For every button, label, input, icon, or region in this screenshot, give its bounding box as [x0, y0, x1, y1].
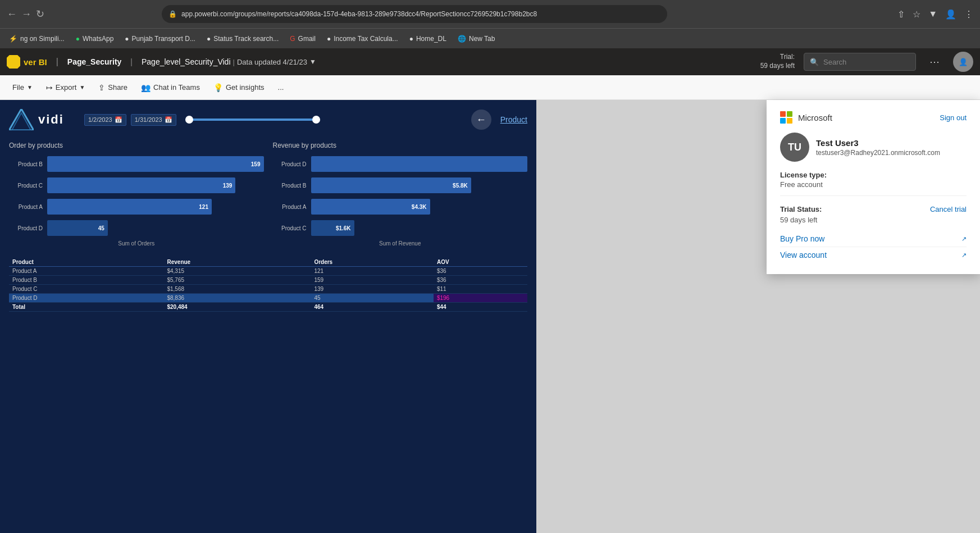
- ms-header: Microsoft Sign out: [780, 111, 967, 124]
- menu-icon[interactable]: ⋮: [964, 9, 973, 20]
- cell-aov: $36: [434, 267, 527, 276]
- file-label: File: [12, 83, 24, 92]
- bar-outer: 121: [47, 199, 264, 215]
- bookmark-simplili[interactable]: ⚡ ng on Simpili...: [4, 33, 69, 44]
- bar-row-product-c-revenue: Product C $1.6K: [273, 220, 528, 236]
- reload-button[interactable]: ↻: [36, 8, 44, 20]
- ms-logo: Microsoft: [780, 111, 832, 124]
- back-button[interactable]: ←: [7, 8, 17, 20]
- pbi-logo: ver BI: [7, 55, 47, 69]
- chat-in-teams-button[interactable]: 👥 Chat in Teams: [135, 80, 206, 95]
- cancel-trial-link[interactable]: Cancel trial: [930, 205, 967, 213]
- bookmark-incometax-icon: ●: [327, 35, 331, 43]
- vidi-logo-text: vidi: [38, 112, 64, 127]
- bookmark-icon[interactable]: ☆: [913, 9, 920, 20]
- data-updated-text: Data updated 4/21/23: [237, 58, 307, 66]
- vidi-logo-svg: [9, 109, 34, 130]
- slider-track: [185, 119, 320, 121]
- bookmark-gmail[interactable]: G Gmail: [285, 33, 320, 44]
- orders-bar-chart: Product B 159 Product C 139: [9, 156, 264, 236]
- sign-out-link[interactable]: Sign out: [940, 113, 967, 122]
- get-insights-button[interactable]: 💡 Get insights: [208, 80, 270, 95]
- charts-row: Order by products Product B 159 Product …: [9, 142, 527, 247]
- revenue-chart-section: Revenue by products Product D Product B …: [273, 142, 528, 247]
- chevron-down-icon[interactable]: ▼: [309, 58, 316, 66]
- bar-outer: $5.8K: [311, 177, 528, 193]
- cell-total-revenue: $20,484: [163, 303, 311, 312]
- more-options-button[interactable]: ⋯: [925, 53, 944, 70]
- avatar-initial: 👤: [959, 58, 968, 66]
- share-icon: ⇪: [98, 83, 105, 92]
- cell-product: Product B: [9, 276, 163, 285]
- buy-pro-link[interactable]: Buy Pro now ↗: [780, 231, 967, 247]
- trial-line1: Trial:: [760, 53, 795, 62]
- bar-fill: [311, 156, 528, 172]
- share-button[interactable]: ⇪ Share: [93, 80, 133, 95]
- profile-icon[interactable]: 👤: [945, 9, 956, 20]
- table-row-total: Total $20,484 464 $44: [9, 303, 527, 312]
- pbi-user-avatar[interactable]: 👤: [953, 52, 973, 72]
- bar-outer: 139: [47, 177, 264, 193]
- bookmark-punjab[interactable]: ● Punjab Transport D...: [120, 33, 200, 44]
- table-row-highlighted: Product D $8,836 45 $196: [9, 294, 527, 303]
- account-dropdown: Microsoft Sign out TU Test User3 testuse…: [767, 100, 980, 274]
- bookmark-whatsapp[interactable]: ● WhatsApp: [71, 33, 118, 44]
- teams-icon: 👥: [141, 83, 151, 92]
- revenue-chart-title: Revenue by products: [273, 142, 528, 149]
- bookmark-whatsapp-label: WhatsApp: [83, 35, 113, 43]
- file-chevron-icon: ▼: [27, 84, 33, 90]
- slider-thumb-left[interactable]: [185, 116, 193, 124]
- bookmark-newtab[interactable]: 🌐 New Tab: [453, 33, 499, 44]
- slider-fill: [185, 119, 320, 121]
- ms-sq-yellow: [787, 118, 792, 124]
- back-button[interactable]: ←: [471, 110, 491, 130]
- col-header-orders: Orders: [311, 258, 434, 267]
- date-to-input[interactable]: 1/31/2023 📅: [131, 114, 176, 126]
- bar-fill: 121: [47, 199, 212, 215]
- revenue-chart-footer: Sum of Revenue: [273, 240, 528, 247]
- bookmark-incometax[interactable]: ● Income Tax Calcula...: [322, 33, 403, 44]
- bookmarks-bar: ⚡ ng on Simpili... ● WhatsApp ● Punjab T…: [0, 28, 980, 48]
- bookmark-status-icon: ●: [207, 35, 211, 43]
- share-icon[interactable]: ⇧: [897, 9, 905, 20]
- bookmark-status[interactable]: ● Status Track search...: [202, 33, 283, 44]
- user-section: TU Test User3 testuser3@Radhey2021.onmic…: [780, 133, 967, 162]
- pbi-data-updated: Page_level_Security_Vidi | Data updated …: [142, 57, 316, 66]
- cell-revenue: $4,315: [163, 267, 311, 276]
- export-button[interactable]: ↦ Export ▼: [40, 80, 90, 95]
- bookmark-homedl-label: Home_DL: [416, 35, 446, 43]
- ms-name: Microsoft: [798, 113, 832, 122]
- report-title-text: Page_level_Security_Vidi: [142, 57, 231, 66]
- report-canvas: vidi 1/2/2023 📅 1/31/2023 📅: [0, 100, 536, 533]
- view-account-link[interactable]: View account ↗: [780, 247, 967, 263]
- forward-button[interactable]: →: [21, 8, 31, 20]
- pbi-search-box[interactable]: 🔍 Search: [804, 53, 916, 71]
- bar-row-product-a-revenue: Product A $4.3K: [273, 199, 528, 215]
- date-from-input[interactable]: 1/2/2023 📅: [84, 114, 126, 126]
- product-link[interactable]: Product: [500, 115, 527, 124]
- external-link-icon: ↗: [961, 235, 967, 243]
- pbi-logo-icon: [7, 55, 20, 69]
- file-button[interactable]: File ▼: [7, 80, 38, 94]
- revenue-bar-chart: Product D Product B $5.8K P: [273, 156, 528, 236]
- export-icon: ↦: [46, 83, 53, 92]
- bookmark-homedl[interactable]: ● Home_DL: [405, 33, 451, 44]
- url-bar[interactable]: 🔒 app.powerbi.com/groups/me/reports/ca40…: [162, 5, 667, 23]
- more-toolbar-button[interactable]: ...: [272, 80, 290, 94]
- user-initials: TU: [788, 142, 801, 153]
- extensions-icon[interactable]: ▼: [928, 9, 937, 19]
- trial-days: 59 days left: [780, 216, 967, 224]
- bookmark-simplili-icon: ⚡: [9, 35, 17, 43]
- bookmark-punjab-icon: ●: [125, 35, 129, 43]
- ms-sq-red: [780, 111, 786, 117]
- cell-aov: $36: [434, 276, 527, 285]
- table-row: Product A $4,315 121 $36: [9, 267, 527, 276]
- bar-outer: $1.6K: [311, 220, 528, 236]
- date-to-value: 1/31/2023: [135, 116, 162, 123]
- date-slider[interactable]: [185, 119, 320, 121]
- slider-thumb-right[interactable]: [312, 116, 320, 124]
- cell-orders: 139: [311, 285, 434, 294]
- bookmark-homedl-icon: ●: [409, 35, 413, 43]
- bar-outer: 159: [47, 156, 264, 172]
- pbi-app-name: ver BI: [24, 57, 47, 67]
